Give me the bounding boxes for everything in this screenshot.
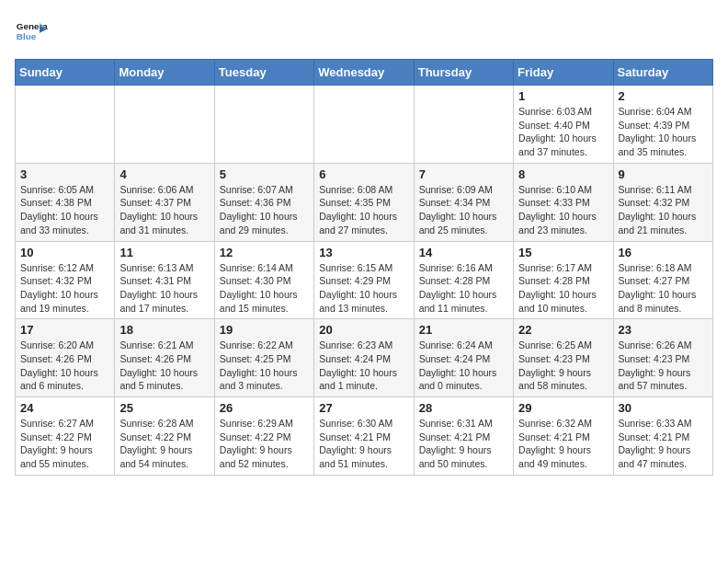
day-number: 4 <box>119 167 209 181</box>
weekday-header-wednesday: Wednesday <box>314 60 414 86</box>
day-number: 24 <box>20 401 109 415</box>
day-number: 2 <box>619 89 708 103</box>
day-info: Sunrise: 6:16 AM Sunset: 4:28 PM Dayligh… <box>419 261 508 316</box>
calendar-cell <box>214 86 313 164</box>
day-info: Sunrise: 6:07 AM Sunset: 4:36 PM Dayligh… <box>220 183 309 237</box>
day-number: 11 <box>119 246 209 259</box>
day-info: Sunrise: 6:26 AM Sunset: 4:23 PM Dayligh… <box>619 339 708 393</box>
calendar-cell <box>16 86 115 164</box>
day-info: Sunrise: 6:18 AM Sunset: 4:27 PM Dayligh… <box>619 261 708 316</box>
day-number: 12 <box>220 246 309 259</box>
calendar-cell: 5Sunrise: 6:07 AM Sunset: 4:36 PM Daylig… <box>214 163 313 241</box>
weekday-header-saturday: Saturday <box>613 60 712 86</box>
day-number: 13 <box>319 246 408 259</box>
calendar-cell: 10Sunrise: 6:12 AM Sunset: 4:32 PM Dayli… <box>16 241 115 319</box>
day-info: Sunrise: 6:22 AM Sunset: 4:25 PM Dayligh… <box>220 339 309 393</box>
calendar-cell: 24Sunrise: 6:27 AM Sunset: 4:22 PM Dayli… <box>16 397 115 476</box>
calendar-cell: 22Sunrise: 6:25 AM Sunset: 4:23 PM Dayli… <box>514 319 613 397</box>
calendar-cell: 18Sunrise: 6:21 AM Sunset: 4:26 PM Dayli… <box>115 319 214 397</box>
calendar-cell: 21Sunrise: 6:24 AM Sunset: 4:24 PM Dayli… <box>414 319 513 397</box>
calendar-cell: 25Sunrise: 6:28 AM Sunset: 4:22 PM Dayli… <box>115 397 214 476</box>
day-number: 19 <box>220 323 309 337</box>
calendar-cell: 12Sunrise: 6:14 AM Sunset: 4:30 PM Dayli… <box>214 241 313 319</box>
calendar-cell: 19Sunrise: 6:22 AM Sunset: 4:25 PM Dayli… <box>214 319 313 397</box>
day-number: 20 <box>319 323 408 337</box>
day-number: 29 <box>518 401 608 415</box>
day-info: Sunrise: 6:23 AM Sunset: 4:24 PM Dayligh… <box>319 339 408 393</box>
calendar-cell: 8Sunrise: 6:10 AM Sunset: 4:33 PM Daylig… <box>514 163 613 241</box>
day-number: 21 <box>419 323 508 337</box>
day-number: 27 <box>319 401 408 415</box>
day-number: 26 <box>220 401 309 415</box>
logo: General Blue <box>15 15 48 48</box>
calendar-cell: 15Sunrise: 6:17 AM Sunset: 4:28 PM Dayli… <box>514 241 613 319</box>
day-number: 14 <box>419 246 508 259</box>
day-number: 15 <box>518 246 608 259</box>
weekday-header-thursday: Thursday <box>414 60 513 86</box>
day-info: Sunrise: 6:25 AM Sunset: 4:23 PM Dayligh… <box>518 339 608 393</box>
calendar-cell <box>314 86 414 164</box>
weekday-header-friday: Friday <box>514 60 613 86</box>
weekday-header-sunday: Sunday <box>16 60 115 86</box>
calendar-cell: 13Sunrise: 6:15 AM Sunset: 4:29 PM Dayli… <box>314 241 414 319</box>
day-info: Sunrise: 6:12 AM Sunset: 4:32 PM Dayligh… <box>20 261 109 316</box>
calendar-table: SundayMondayTuesdayWednesdayThursdayFrid… <box>15 59 713 476</box>
day-info: Sunrise: 6:11 AM Sunset: 4:32 PM Dayligh… <box>619 183 708 237</box>
calendar-cell: 29Sunrise: 6:32 AM Sunset: 4:21 PM Dayli… <box>514 397 613 476</box>
calendar-cell: 6Sunrise: 6:08 AM Sunset: 4:35 PM Daylig… <box>314 163 414 241</box>
day-info: Sunrise: 6:24 AM Sunset: 4:24 PM Dayligh… <box>419 339 508 393</box>
day-number: 8 <box>518 167 608 181</box>
calendar-cell <box>414 86 513 164</box>
calendar-cell: 11Sunrise: 6:13 AM Sunset: 4:31 PM Dayli… <box>115 241 214 319</box>
calendar-cell: 1Sunrise: 6:03 AM Sunset: 4:40 PM Daylig… <box>514 86 613 164</box>
day-info: Sunrise: 6:03 AM Sunset: 4:40 PM Dayligh… <box>518 105 608 159</box>
day-number: 16 <box>619 246 708 259</box>
day-number: 18 <box>119 323 209 337</box>
day-info: Sunrise: 6:15 AM Sunset: 4:29 PM Dayligh… <box>319 261 408 316</box>
day-number: 23 <box>619 323 708 337</box>
day-info: Sunrise: 6:09 AM Sunset: 4:34 PM Dayligh… <box>419 183 508 237</box>
calendar-cell: 17Sunrise: 6:20 AM Sunset: 4:26 PM Dayli… <box>16 319 115 397</box>
day-info: Sunrise: 6:05 AM Sunset: 4:38 PM Dayligh… <box>20 183 109 237</box>
day-info: Sunrise: 6:14 AM Sunset: 4:30 PM Dayligh… <box>220 261 309 316</box>
weekday-header-monday: Monday <box>115 60 214 86</box>
calendar-cell: 30Sunrise: 6:33 AM Sunset: 4:21 PM Dayli… <box>613 397 712 476</box>
day-info: Sunrise: 6:33 AM Sunset: 4:21 PM Dayligh… <box>619 417 708 471</box>
calendar-cell: 26Sunrise: 6:29 AM Sunset: 4:22 PM Dayli… <box>214 397 313 476</box>
day-number: 30 <box>619 401 708 415</box>
logo-icon: General Blue <box>15 15 48 48</box>
day-info: Sunrise: 6:32 AM Sunset: 4:21 PM Dayligh… <box>518 417 608 471</box>
calendar-cell: 9Sunrise: 6:11 AM Sunset: 4:32 PM Daylig… <box>613 163 712 241</box>
calendar-cell: 27Sunrise: 6:30 AM Sunset: 4:21 PM Dayli… <box>314 397 414 476</box>
calendar-cell: 16Sunrise: 6:18 AM Sunset: 4:27 PM Dayli… <box>613 241 712 319</box>
day-number: 1 <box>518 89 608 103</box>
calendar-cell: 7Sunrise: 6:09 AM Sunset: 4:34 PM Daylig… <box>414 163 513 241</box>
calendar-cell: 2Sunrise: 6:04 AM Sunset: 4:39 PM Daylig… <box>613 86 712 164</box>
day-info: Sunrise: 6:06 AM Sunset: 4:37 PM Dayligh… <box>119 183 209 237</box>
calendar-cell: 28Sunrise: 6:31 AM Sunset: 4:21 PM Dayli… <box>414 397 513 476</box>
day-number: 17 <box>20 323 109 337</box>
day-info: Sunrise: 6:29 AM Sunset: 4:22 PM Dayligh… <box>220 417 309 471</box>
day-number: 22 <box>518 323 608 337</box>
calendar-cell: 14Sunrise: 6:16 AM Sunset: 4:28 PM Dayli… <box>414 241 513 319</box>
day-number: 9 <box>619 167 708 181</box>
day-number: 6 <box>319 167 408 181</box>
day-info: Sunrise: 6:30 AM Sunset: 4:21 PM Dayligh… <box>319 417 408 471</box>
svg-text:Blue: Blue <box>17 31 37 41</box>
day-info: Sunrise: 6:13 AM Sunset: 4:31 PM Dayligh… <box>119 261 209 316</box>
day-info: Sunrise: 6:27 AM Sunset: 4:22 PM Dayligh… <box>20 417 109 471</box>
page-header: General Blue <box>15 15 713 48</box>
calendar-cell <box>115 86 214 164</box>
day-number: 5 <box>220 167 309 181</box>
day-number: 7 <box>419 167 508 181</box>
day-info: Sunrise: 6:10 AM Sunset: 4:33 PM Dayligh… <box>518 183 608 237</box>
day-info: Sunrise: 6:17 AM Sunset: 4:28 PM Dayligh… <box>518 261 608 316</box>
calendar-cell: 20Sunrise: 6:23 AM Sunset: 4:24 PM Dayli… <box>314 319 414 397</box>
calendar-cell: 3Sunrise: 6:05 AM Sunset: 4:38 PM Daylig… <box>16 163 115 241</box>
day-number: 28 <box>419 401 508 415</box>
day-info: Sunrise: 6:31 AM Sunset: 4:21 PM Dayligh… <box>419 417 508 471</box>
day-info: Sunrise: 6:28 AM Sunset: 4:22 PM Dayligh… <box>119 417 209 471</box>
day-info: Sunrise: 6:08 AM Sunset: 4:35 PM Dayligh… <box>319 183 408 237</box>
day-info: Sunrise: 6:04 AM Sunset: 4:39 PM Dayligh… <box>619 105 708 159</box>
calendar-cell: 23Sunrise: 6:26 AM Sunset: 4:23 PM Dayli… <box>613 319 712 397</box>
